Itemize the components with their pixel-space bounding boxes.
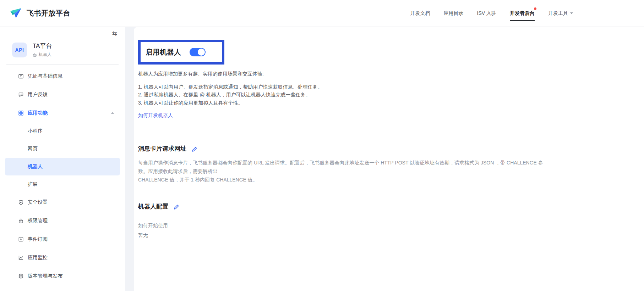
- bot-config-hint: 如何开始使用: [138, 223, 644, 229]
- sidebar-item-webapp[interactable]: 网页: [5, 140, 120, 158]
- sidebar-collapse-icon[interactable]: ⇆: [112, 30, 117, 37]
- sidebar-item-monitoring[interactable]: 应用监控: [5, 248, 120, 267]
- nav-dev-tools[interactable]: 开发工具: [548, 0, 573, 27]
- robot-icon: [33, 53, 37, 57]
- bot-config-empty: 暂无: [138, 232, 644, 239]
- top-nav: 开发文档 应用目录 ISV 入驻 开发者后台 开发工具: [410, 0, 573, 27]
- card-url-title: 消息卡片请求网址: [138, 145, 186, 153]
- nav-app-directory[interactable]: 应用目录: [444, 0, 464, 27]
- sidebar-item-bot[interactable]: 机器人: [5, 158, 120, 175]
- bot-feature-list: 1. 机器人可以向用户、群发送指定消息或通知，帮助用户快速获取信息、处理任务。 …: [138, 83, 644, 107]
- nav-isv[interactable]: ISV 入驻: [477, 0, 496, 27]
- app-type-label: 机器人: [39, 52, 51, 58]
- lock-icon: [18, 218, 24, 224]
- credentials-icon: [18, 73, 24, 79]
- enable-bot-title: 启用机器人: [146, 47, 181, 57]
- main-area: 启用机器人 机器人为应用增加更多有趣、实用的使用场景和交互体验: 1. 机器人可…: [125, 27, 644, 291]
- app-info: API TA平台 机器人: [12, 42, 125, 58]
- list-item: 1. 机器人可以向用户、群发送指定消息或通知，帮助用户快速获取信息、处理任务。: [138, 83, 644, 91]
- sidebar-item-security[interactable]: 安全设置: [5, 193, 120, 212]
- content-card: 启用机器人 机器人为应用增加更多有趣、实用的使用场景和交互体验: 1. 机器人可…: [134, 27, 644, 291]
- chevron-down-icon: [570, 12, 573, 14]
- sidebar-divider: [6, 64, 119, 65]
- sidebar-item-credentials[interactable]: 凭证与基础信息: [5, 67, 120, 85]
- logo-text: 飞书开放平台: [27, 9, 70, 18]
- active-nav-underline: [510, 20, 535, 21]
- sidebar-item-events[interactable]: 事件订阅: [5, 230, 120, 248]
- list-item: 2. 通过私聊机器人、在群里 @ 机器人，用户可以让机器人快速完成一些任务。: [138, 91, 644, 99]
- notification-dot: [534, 7, 536, 10]
- list-item: 3. 机器人可以让你的应用更加拟人且具有个性。: [138, 99, 644, 107]
- toggle-knob: [198, 49, 205, 56]
- app-avatar[interactable]: API: [12, 43, 27, 57]
- bot-config-title: 机器人配置: [138, 202, 168, 211]
- sidebar-menu: 凭证与基础信息 用户反馈 应用功能 小程序 网页: [0, 67, 125, 285]
- nav-developer-console[interactable]: 开发者后台: [510, 0, 535, 27]
- edit-pencil-icon[interactable]: [173, 204, 179, 212]
- collapse-up-caret-icon[interactable]: [111, 112, 114, 114]
- top-header: 飞书开放平台 开发文档 应用目录 ISV 入驻 开发者后台 开发工具: [0, 0, 644, 27]
- sidebar: ⇆ API TA平台 机器人: [0, 27, 125, 291]
- shield-icon: [18, 200, 24, 205]
- sidebar-item-miniprogram[interactable]: 小程序: [5, 122, 120, 140]
- nav-dev-docs[interactable]: 开发文档: [410, 0, 430, 27]
- how-to-develop-bot-link[interactable]: 如何开发机器人: [138, 112, 173, 119]
- sidebar-item-permissions[interactable]: 权限管理: [5, 212, 120, 230]
- sidebar-item-versions[interactable]: 版本管理与发布: [5, 267, 120, 285]
- feedback-icon: [18, 92, 24, 97]
- card-url-section-header: 消息卡片请求网址: [138, 145, 644, 153]
- chart-line-icon: [18, 255, 24, 261]
- edit-pencil-icon[interactable]: [191, 146, 197, 154]
- sidebar-item-feedback[interactable]: 用户反馈: [5, 85, 120, 104]
- sidebar-item-app-features[interactable]: 应用功能: [5, 104, 120, 122]
- enable-bot-toggle[interactable]: [190, 48, 206, 56]
- layers-icon: [18, 273, 24, 279]
- logo[interactable]: 飞书开放平台: [10, 8, 70, 19]
- grid-icon: [18, 110, 24, 116]
- app-name: TA平台: [33, 42, 52, 50]
- sidebar-item-extensions[interactable]: 扩展: [5, 175, 120, 193]
- feishu-logo-icon: [10, 8, 22, 19]
- card-url-description: 每当用户操作消息卡片，飞书服务器都会向你配置的 URL 发出请求。配置后，飞书服…: [138, 158, 548, 184]
- bot-config-section-header: 机器人配置: [138, 202, 644, 211]
- bot-intro-text: 机器人为应用增加更多有趣、实用的使用场景和交互体验:: [138, 71, 644, 77]
- enable-bot-row: 启用机器人: [138, 40, 224, 65]
- subscribe-plus-icon: [18, 236, 24, 242]
